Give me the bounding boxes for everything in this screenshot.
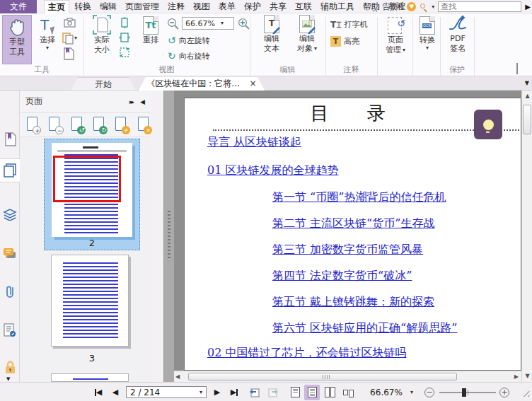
toc-link-ch02[interactable]: 02 中国错过了芯片，还会错过区块链吗: [207, 346, 406, 361]
signatures-panel-button[interactable]: [0, 318, 20, 342]
tab-document[interactable]: 《区块链在中国：它将... ×: [139, 77, 265, 91]
bookmark-page-button[interactable]: [64, 47, 74, 60]
single-page-view-button[interactable]: [287, 385, 303, 400]
page-number-box[interactable]: 2 / 214 ▾: [126, 386, 207, 398]
first-page-button[interactable]: ◀: [91, 383, 106, 401]
next-view-button[interactable]: [266, 383, 280, 401]
find-input[interactable]: [438, 1, 521, 12]
select-tool-button[interactable]: T 选择 ▾: [35, 16, 60, 51]
tab-list-dropdown-icon[interactable]: ▼: [525, 80, 529, 86]
search-icon[interactable]: [420, 3, 428, 11]
continuous-view-button[interactable]: [304, 385, 320, 400]
rotate-page-right-button[interactable]: ↻: [93, 117, 106, 134]
favorite-heart-icon[interactable]: ♥: [407, 2, 416, 11]
rotate-right-button[interactable]: ↻ 向右旋转: [168, 50, 210, 62]
previous-page-button[interactable]: ◀: [109, 383, 122, 401]
menu-tab-convert[interactable]: 转换: [71, 0, 95, 13]
menu-tab-protect[interactable]: 保护: [241, 0, 265, 13]
scroll-up-icon[interactable]: ▲: [522, 91, 532, 101]
zoom-options-icon[interactable]: ▾: [407, 383, 416, 401]
comments-panel-button[interactable]: [0, 242, 20, 266]
tell-me-label[interactable]: 告诉我: [382, 1, 403, 13]
menu-tab-connect[interactable]: 互联: [291, 0, 316, 13]
menu-tab-comment[interactable]: 注释: [164, 0, 188, 13]
zoom-slider[interactable]: [439, 383, 497, 401]
actual-size-button[interactable]: 实际 大小: [88, 15, 116, 54]
pdf-sign-button[interactable]: PDF 签名: [444, 15, 472, 53]
hand-tool-button[interactable]: 手型 工具: [2, 15, 32, 64]
menu-tab-organize[interactable]: 页面管理: [122, 0, 163, 13]
toc-link-ch01[interactable]: 01 区块链发展的全球趋势: [207, 163, 338, 178]
delete-page-button[interactable]: ×: [138, 117, 151, 134]
toc-link-sec1[interactable]: 第一节 “币圈”热潮背后的信任危机: [272, 190, 446, 205]
convert-button[interactable]: OCR 转换 ▾: [416, 16, 439, 51]
menu-tab-form[interactable]: 表单: [215, 0, 239, 13]
horizontal-scrollbar[interactable]: ◀ ▶: [174, 371, 521, 382]
reflow-button[interactable]: Tt 重排: [136, 16, 166, 45]
thumbnail-page-2[interactable]: 2: [44, 139, 140, 250]
zoom-percentage[interactable]: 66.67%: [366, 383, 406, 401]
thumbnail-page-4-partial[interactable]: [44, 372, 140, 382]
facing-view-button[interactable]: [322, 385, 337, 400]
toc-link-sec2[interactable]: 第二节 主流区块链“货币”生存战: [272, 216, 434, 231]
menu-tab-accessibility[interactable]: 辅助工具: [317, 0, 358, 13]
fit-visible-button[interactable]: [119, 47, 130, 58]
search-dropdown-icon[interactable]: ▾: [432, 4, 434, 10]
menu-tab-view[interactable]: 视图: [190, 0, 214, 13]
zoom-in-button[interactable]: [238, 18, 250, 30]
thumbnail-zoom-out-button[interactable]: −: [49, 117, 62, 134]
menu-tab-share[interactable]: 共享: [266, 0, 290, 13]
vertical-scrollbar[interactable]: ▲ ▼: [521, 91, 532, 382]
collapse-ribbon-button[interactable]: [516, 64, 518, 74]
strip-scroll-down-icon[interactable]: ▼: [6, 376, 10, 382]
page-management-button[interactable]: ↺ 页面 管理 ▾: [381, 16, 410, 54]
scroll-down-icon[interactable]: ▼: [522, 371, 532, 381]
next-page-button[interactable]: ▶: [211, 383, 224, 401]
zoom-slider-thumb[interactable]: [462, 388, 466, 397]
zoom-in-status-button[interactable]: +: [498, 383, 511, 401]
previous-view-button[interactable]: [248, 383, 262, 401]
highlight-button[interactable]: T 高亮: [330, 36, 359, 47]
panel-expand-icon[interactable]: ▸▸: [129, 98, 133, 105]
tab-start[interactable]: 开始: [71, 77, 136, 91]
fit-page-button[interactable]: [119, 17, 130, 28]
menu-tab-edit[interactable]: 编辑: [96, 0, 120, 13]
toc-link-sec5[interactable]: 第五节 戴上镣铐跳舞：新的探索: [272, 295, 434, 310]
panel-collapse-icon[interactable]: ◀: [140, 98, 145, 105]
scroll-left-icon[interactable]: ◀: [175, 371, 180, 382]
attachments-panel-button[interactable]: [0, 280, 20, 304]
thumbnail-page-3[interactable]: 3: [44, 253, 140, 366]
panel-splitter[interactable]: [163, 91, 174, 382]
edit-text-button[interactable]: T 编辑 文本: [256, 15, 287, 53]
typewriter-button[interactable]: T⌶ 打字机: [330, 19, 367, 30]
pages-panel-button[interactable]: [0, 158, 20, 182]
menu-tab-home[interactable]: 主页: [44, 0, 69, 13]
bookmarks-panel-button[interactable]: [0, 127, 20, 151]
toc-link-sec3[interactable]: 第三节 加密数字货币监管风暴: [272, 243, 423, 257]
last-page-button[interactable]: ▶: [226, 383, 242, 401]
toc-link-sec4[interactable]: 第四节 法定数字货币“破冰”: [272, 269, 412, 284]
thumbnail-zoom-in-button[interactable]: +: [27, 117, 40, 134]
clipboard-button[interactable]: ▾: [62, 32, 77, 45]
vertical-scroll-thumb[interactable]: [523, 105, 531, 134]
scroll-right-icon[interactable]: ▶: [514, 371, 519, 382]
zoom-level-select[interactable]: 66.67% ▾: [182, 17, 234, 30]
rotate-left-button[interactable]: ↺ 向左旋转: [168, 35, 210, 46]
insert-page-button[interactable]: +: [115, 117, 128, 134]
tab-close-icon[interactable]: ×: [250, 79, 257, 88]
fit-width-button[interactable]: [119, 32, 130, 43]
find-next-icon[interactable]: ▶: [525, 4, 531, 11]
edit-object-button[interactable]: 编辑 对象 ▾: [291, 15, 323, 53]
horizontal-scroll-thumb[interactable]: [188, 373, 457, 380]
toc-link-sec6[interactable]: 第六节 区块链应用的正确“解题思路”: [272, 321, 457, 336]
facing-continuous-view-button[interactable]: [340, 385, 356, 400]
layers-panel-button[interactable]: [0, 202, 20, 226]
assistant-lightbulb-button[interactable]: [474, 110, 502, 139]
security-panel-button[interactable]: [0, 355, 20, 379]
zoom-out-button[interactable]: [167, 18, 179, 30]
window-resize-grip[interactable]: [519, 383, 531, 401]
file-menu-button[interactable]: 文件: [0, 0, 37, 13]
rotate-page-left-button[interactable]: ↺: [71, 117, 84, 134]
snapshot-button[interactable]: [64, 18, 76, 28]
toc-link-intro[interactable]: 导言 从区块链谈起: [207, 135, 301, 150]
